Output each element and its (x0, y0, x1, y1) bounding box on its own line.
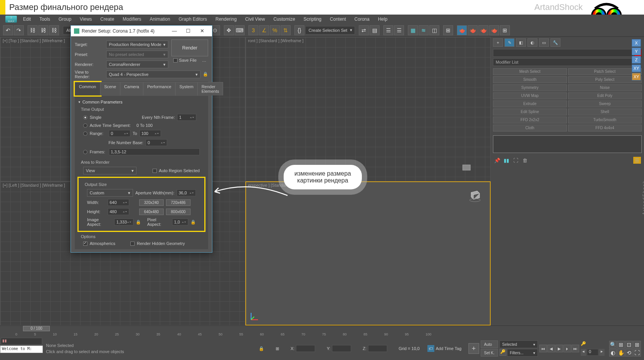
add-time-tag[interactable]: Add Time Tag (436, 346, 462, 351)
menu-scripting[interactable]: Scripting (300, 15, 325, 23)
hierarchy-tab[interactable]: ◧ (516, 38, 526, 47)
mod-sweep[interactable]: Sweep (568, 100, 642, 107)
mod-editpoly[interactable]: Edit Poly (568, 92, 642, 99)
mod-uvwmap[interactable]: UVW Map (493, 92, 567, 99)
curve-editor-button[interactable]: ▦ (408, 25, 418, 35)
undo-button[interactable]: ↶ (3, 25, 13, 35)
maxscript-listener[interactable]: Welcome to M: (0, 345, 43, 353)
keyfilters-dropdown[interactable]: Filters...▾ (507, 349, 538, 357)
frame-prev-icon[interactable]: ◂ (581, 349, 586, 356)
tab-common[interactable]: Common (75, 82, 100, 95)
frame-next-icon[interactable]: ▸ (599, 349, 605, 356)
axis-xy2-button[interactable]: XY (632, 73, 641, 81)
target-dropdown[interactable]: Production Rendering Mode▾ (106, 41, 168, 48)
maximize-vp-icon[interactable]: ⛶ (633, 349, 641, 357)
menu-help[interactable]: Help (374, 15, 391, 23)
menu-civilview[interactable]: Civil View (241, 15, 269, 23)
minimize-button[interactable]: — (168, 26, 181, 36)
modify-tab[interactable]: ✎ (504, 38, 514, 47)
menu-modifiers[interactable]: Modifiers (119, 15, 145, 23)
keyfilter-selected[interactable]: Selected▾ (499, 340, 538, 348)
bind-button[interactable]: ⛓ (49, 25, 59, 35)
unlink-button[interactable]: ⛓̸ (38, 25, 48, 35)
render-button[interactable]: Render (171, 39, 208, 56)
configure-sets-icon[interactable]: ☰ (633, 157, 641, 164)
play-icon[interactable]: ▶ (555, 345, 563, 352)
range-to-input[interactable]: 100 (140, 130, 161, 137)
mod-cloth[interactable]: Cloth (493, 125, 567, 132)
x-coord-input[interactable] (296, 345, 315, 352)
lock-icon[interactable]: 🔒 (203, 72, 208, 77)
axis-z-button[interactable]: Z (632, 56, 641, 64)
single-radio[interactable] (83, 115, 87, 120)
viewport-top-label[interactable]: [+] [Top ] [Standard ] [Wireframe ] (3, 38, 65, 43)
axis-x-button[interactable]: X (632, 39, 641, 47)
dopesheet-button[interactable]: ≋ (419, 25, 429, 35)
menu-edit[interactable]: Edit (19, 15, 35, 23)
pin-stack-icon[interactable]: 📌 (494, 157, 501, 164)
mod-ffd2x2x2[interactable]: FFD 2x2x2 (493, 117, 567, 123)
tab-system[interactable]: System (175, 82, 198, 95)
y-coord-input[interactable] (332, 345, 351, 352)
axis-y-button[interactable]: Y (632, 48, 641, 55)
imageaspect-lock-icon[interactable]: 🔒 (136, 220, 141, 225)
menu-customize[interactable]: Customize (269, 15, 299, 23)
create-tab[interactable]: + (493, 38, 503, 47)
pan-icon[interactable]: ✋ (617, 349, 625, 357)
selection-lock-icon[interactable]: 🔒 (259, 346, 264, 351)
render-iterative-button[interactable]: ⊞ (500, 25, 510, 35)
mod-editspline[interactable]: Edit Spline (493, 108, 567, 115)
mod-polyselect[interactable]: Poly Select (568, 76, 642, 83)
remove-mod-icon[interactable]: 🗑 (521, 157, 528, 164)
mod-shell[interactable]: Shell (568, 108, 642, 115)
maximize-button[interactable]: ☐ (181, 26, 195, 36)
modifier-stack[interactable] (493, 135, 642, 153)
preset-320x240[interactable]: 320x240 (139, 199, 164, 206)
menu-views[interactable]: Views (76, 15, 96, 23)
tab-scene[interactable]: Scene (100, 82, 120, 95)
close-button[interactable]: ✕ (195, 26, 209, 36)
menu-corona[interactable]: Corona (351, 15, 373, 23)
autoregion-checkbox[interactable] (153, 169, 157, 173)
timeline-thumb[interactable]: 0 / 100 (23, 326, 50, 331)
autokey-button[interactable]: Auto (481, 340, 498, 348)
frames-input[interactable] (109, 148, 200, 155)
area-dropdown[interactable]: View▾ (83, 167, 136, 174)
object-name-input[interactable] (493, 49, 633, 57)
tab-renderelements[interactable]: Render Elements (197, 82, 223, 95)
setkey-button[interactable]: Set K. (481, 349, 498, 357)
z-coord-input[interactable] (368, 345, 387, 352)
pixelaspect-lock-icon[interactable]: 🔒 (191, 220, 196, 225)
pixelaspect-input[interactable]: 1,0 (172, 219, 188, 225)
angle-snap-button[interactable]: ∠ (259, 25, 269, 35)
menu-create[interactable]: Create (97, 15, 118, 23)
next-frame-icon[interactable]: ⏵ (564, 345, 571, 352)
mod-patchselect[interactable]: Patch Select (568, 68, 642, 75)
viewport-left-label[interactable]: [+] [Left ] [Standard ] [Wireframe ] (3, 183, 65, 187)
coord-display-icon[interactable]: ⊞ (276, 346, 279, 351)
display-tab[interactable]: ▭ (539, 38, 549, 47)
goto-start-icon[interactable]: ⏮ (539, 345, 547, 352)
spinner-snap-button[interactable]: ⇅ (281, 25, 291, 35)
imageaspect-input[interactable]: 1,333 (114, 219, 133, 225)
outputsize-dropdown[interactable]: Custom▾ (87, 189, 133, 197)
atmospherics-checkbox[interactable] (83, 242, 87, 246)
layers-button[interactable]: ☰ (383, 25, 393, 35)
filenum-input[interactable]: 0 (146, 139, 167, 146)
modifier-list-dropdown[interactable]: Modifier List▾ (493, 58, 642, 66)
schematic-button[interactable]: ◫ (429, 25, 439, 35)
tab-camera[interactable]: Camera (120, 82, 143, 95)
prev-frame-icon[interactable]: ◀ (547, 345, 555, 352)
menu-rendering[interactable]: Rendering (212, 15, 240, 23)
width-input[interactable]: 640 (108, 199, 129, 206)
editnamed-button[interactable]: {} (294, 25, 304, 35)
preset-720x486[interactable]: 720x486 (166, 199, 191, 206)
menu-content[interactable]: Content (326, 15, 350, 23)
mod-meshselect[interactable]: Mesh Select (493, 68, 567, 75)
timeline[interactable]: 0 / 100 05101520253035404550556065707580… (0, 325, 644, 337)
selectionset-dropdown[interactable]: Create Selection Set ▾ (305, 26, 355, 35)
viewport-front-label[interactable]: ront ] [Standard ] [Wireframe ] (248, 38, 304, 43)
orbit-icon[interactable]: ⟲ (625, 349, 633, 357)
add-key-button[interactable]: + (468, 343, 479, 354)
save-file-checkbox[interactable] (173, 58, 177, 62)
